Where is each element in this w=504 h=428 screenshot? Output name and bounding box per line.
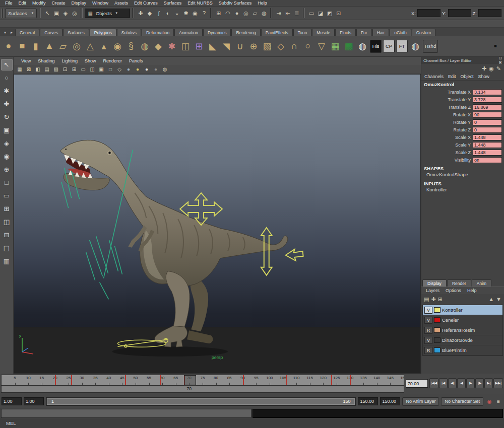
channel-name[interactable]: Translate X — [448, 90, 471, 95]
menu-help[interactable]: Help — [255, 1, 270, 6]
output-connections-icon[interactable]: ⇤ — [283, 9, 292, 18]
shadows-icon[interactable]: ● — [152, 65, 160, 73]
shelf-editor-icon[interactable]: ▪ — [489, 38, 502, 54]
channel-edit-icon[interactable]: ✎ — [496, 65, 501, 72]
shelf-tab-painteffects[interactable]: PaintEffects — [261, 29, 293, 36]
command-line-input[interactable] — [1, 409, 251, 418]
select-camera-icon[interactable]: ▦ — [16, 65, 24, 73]
channel-box-menu-object[interactable]: Object — [461, 74, 474, 79]
channel-name[interactable]: Scale Z — [455, 150, 471, 155]
viewport-menu-shading[interactable]: Shading — [34, 58, 58, 63]
snap-view-plane-icon[interactable]: ▱ — [250, 9, 259, 18]
move-layer-up-icon[interactable]: ▲ — [488, 296, 494, 302]
layer-visibility-toggle[interactable]: V — [424, 307, 432, 314]
shaded-icon[interactable]: ● — [124, 65, 133, 73]
snap-grid-icon[interactable]: ⊞ — [214, 9, 223, 18]
image-plane-icon[interactable]: ▧ — [52, 65, 60, 73]
lock-camera-icon[interactable]: ⊠ — [25, 65, 33, 73]
dinosaur-model[interactable] — [60, 140, 288, 347]
poly-pipe-icon[interactable]: ◉ — [111, 38, 124, 54]
shelf-tab-deformation[interactable]: Deformation — [142, 29, 174, 36]
layer-editor-tab-display[interactable]: Display — [422, 279, 447, 287]
channel-value-field[interactable]: 16.869 — [473, 104, 502, 110]
layer-editor-tab-render[interactable]: Render — [447, 279, 471, 287]
shelf-tab-custom[interactable]: Custom — [412, 29, 435, 36]
append-polygon-icon[interactable]: ◥ — [220, 38, 233, 54]
shelf-tab-polygons[interactable]: Polygons — [90, 29, 116, 36]
keyframe-marker[interactable] — [55, 375, 56, 385]
channel-name[interactable]: Translate Y — [448, 97, 471, 102]
input-connections-icon[interactable]: ⇥ — [274, 9, 283, 18]
channel-name[interactable]: Visibility — [455, 158, 471, 163]
panel-toggle-icon[interactable]: ⊟ — [498, 56, 502, 60]
layer-color-swatch[interactable] — [434, 307, 440, 313]
z-input[interactable] — [478, 9, 501, 17]
hypershade-persp-layout-icon[interactable]: ▤ — [1, 242, 13, 254]
layer-color-swatch[interactable] — [434, 347, 440, 353]
channel-speed-icon[interactable]: ◉ — [489, 65, 494, 72]
new-layer-from-selected-icon[interactable]: ⊞ — [438, 296, 443, 303]
shelf-tab-dynamics[interactable]: Dynamics — [203, 29, 231, 36]
keyframe-marker[interactable] — [160, 375, 161, 385]
smooth-shade-checker-icon[interactable]: ▩ — [342, 38, 355, 54]
anim-layer-button[interactable]: No Anim Layer — [402, 397, 439, 406]
combine-icon[interactable]: ∪ — [233, 38, 246, 54]
move-tool-icon[interactable]: ✚ — [1, 98, 13, 110]
shelf-tab-hair[interactable]: Hair — [372, 29, 390, 36]
scale-tool-icon[interactable]: ▣ — [1, 124, 13, 136]
poly-torus-icon[interactable]: ◎ — [70, 38, 83, 54]
viewport-menu-panels[interactable]: Panels — [125, 58, 147, 63]
channel-name[interactable]: Rotate Y — [453, 120, 471, 125]
mask-dynamics-icon[interactable]: ✱ — [181, 9, 190, 18]
animation-start-field[interactable]: 1.00 — [2, 397, 22, 405]
mask-surfaces-icon[interactable]: ◐ — [163, 9, 172, 18]
cp-shelf-button[interactable]: CP — [383, 40, 395, 53]
tail-tip-control-arrow[interactable] — [286, 249, 303, 261]
smooth-icon[interactable]: ○ — [301, 38, 314, 54]
layer-visibility-toggle[interactable]: R — [424, 327, 432, 334]
menu-edit[interactable]: Edit — [16, 1, 30, 6]
step-forward-frame-button[interactable]: |▶ — [475, 378, 484, 388]
channel-value-field[interactable]: 0 — [473, 127, 502, 133]
menu-window[interactable]: Window — [89, 1, 111, 6]
persp-graph-layout-icon[interactable]: ⊟ — [1, 229, 13, 241]
shelf-tab-general[interactable]: General — [15, 29, 39, 36]
channel-name[interactable]: Rotate Z — [453, 127, 471, 132]
keyframe-marker[interactable] — [350, 375, 351, 385]
layer-menu-help[interactable]: Help — [465, 288, 479, 293]
channel-name[interactable]: Scale Y — [455, 142, 471, 148]
layer-visibility-toggle[interactable]: R — [424, 347, 432, 354]
keyframe-marker[interactable] — [71, 375, 72, 385]
playback-start-field[interactable]: 1.00 — [24, 397, 44, 405]
layer-color-swatch[interactable] — [434, 317, 440, 323]
resolution-gate-icon[interactable]: ◫ — [88, 65, 96, 73]
go-to-start-button[interactable]: |◀◀ — [429, 378, 439, 388]
layer-visibility-toggle[interactable]: V — [424, 317, 432, 324]
bevel-icon[interactable]: ◇ — [274, 38, 287, 54]
his-shelf-button[interactable]: His — [370, 40, 382, 53]
selection-mask-combo[interactable]: ▦ Objects ▼ — [85, 9, 130, 18]
mask-deformations-icon[interactable]: ◒ — [172, 9, 181, 18]
mask-joints-icon[interactable]: ◆ — [145, 9, 154, 18]
mask-misc-icon[interactable]: ? — [200, 9, 208, 18]
layer-menu-options[interactable]: Options — [443, 288, 464, 293]
playback-end-field[interactable]: 150.00 — [358, 397, 378, 405]
gate-mask-icon[interactable]: ▣ — [97, 65, 105, 73]
ft-shelf-button[interactable]: FT — [396, 40, 408, 53]
render-current-frame-icon[interactable]: ◪ — [316, 9, 325, 18]
poly-cone-icon[interactable]: ▲ — [43, 38, 56, 54]
poly-platonic-icon[interactable]: ◆ — [152, 38, 165, 54]
mask-curves-icon[interactable]: ∫ — [154, 9, 163, 18]
channel-value-field[interactable]: 1.448 — [473, 134, 502, 140]
lights-icon[interactable]: ● — [143, 65, 151, 73]
auto-keyframe-icon[interactable]: ◉ — [485, 397, 493, 405]
current-time-field[interactable]: 70.00 — [406, 379, 428, 388]
status-line-handle[interactable] — [2, 9, 4, 18]
shelf-tab-ncloth[interactable]: nCloth — [390, 29, 411, 36]
menu-create[interactable]: Create — [49, 1, 69, 6]
shelf-tab-curves[interactable]: Curves — [40, 29, 62, 36]
shelf-tab-fur[interactable]: Fur — [356, 29, 372, 36]
keyframe-marker[interactable] — [243, 375, 244, 385]
construction-history-icon[interactable]: ≣ — [292, 9, 301, 18]
checker-sphere2-icon[interactable]: ◍ — [409, 38, 422, 54]
